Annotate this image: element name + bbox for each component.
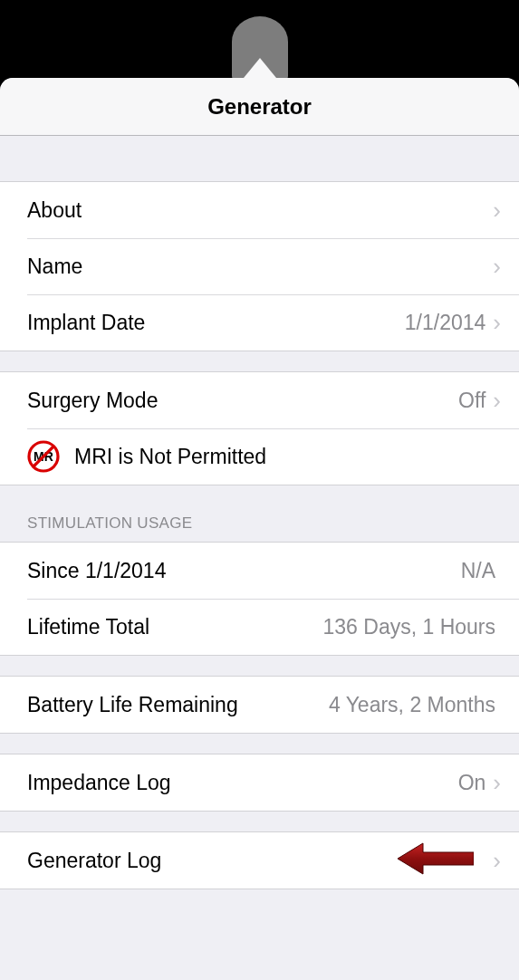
row-value: Off [458,389,485,413]
group-modes: Surgery Mode Off › MR MRI is Not Permitt… [0,371,519,485]
row-value: 136 Days, 1 Hours [323,615,495,639]
mri-prohibited-icon: MR [27,440,60,473]
popover-sheet: Generator About › Name › Implant Date 1/… [0,78,519,980]
row-implant-date[interactable]: Implant Date 1/1/2014 › [0,294,519,351]
row-label: Generator Log [27,849,491,873]
row-label: Since 1/1/2014 [27,559,461,583]
row-label: About [27,198,491,223]
row-value: 4 Years, 2 Months [329,693,495,717]
row-battery-life: Battery Life Remaining 4 Years, 2 Months [0,677,519,733]
group-impedance: Impedance Log On › [0,754,519,812]
row-label: Implant Date [27,311,405,335]
row-surgery-mode[interactable]: Surgery Mode Off › [0,372,519,428]
row-since: Since 1/1/2014 N/A [0,543,519,599]
row-label: Impedance Log [27,771,458,795]
page-title: Generator [207,94,312,120]
chevron-right-icon: › [493,847,501,875]
row-lifetime-total: Lifetime Total 136 Days, 1 Hours [0,599,519,655]
row-label: Name [27,255,491,279]
row-name[interactable]: Name › [0,238,519,294]
scroll-content: About › Name › Implant Date 1/1/2014 › S… [0,136,519,935]
row-generator-log[interactable]: Generator Log › [0,832,519,889]
row-mri: MR MRI is Not Permitted [0,428,519,485]
status-bar-black [0,0,519,78]
chevron-right-icon: › [493,769,501,797]
chevron-right-icon: › [493,253,501,281]
row-value: 1/1/2014 [405,311,486,335]
row-value: On [458,771,486,795]
row-impedance-log[interactable]: Impedance Log On › [0,754,519,811]
row-label: Surgery Mode [27,389,458,413]
sheet-header: Generator [0,78,519,136]
connector-pointer [244,58,276,78]
group-battery: Battery Life Remaining 4 Years, 2 Months [0,676,519,734]
chevron-right-icon: › [493,197,501,225]
chevron-right-icon: › [493,309,501,337]
row-value: N/A [461,559,495,583]
group-stimulation-usage: Since 1/1/2014 N/A Lifetime Total 136 Da… [0,542,519,656]
row-label: Lifetime Total [27,615,323,639]
row-label: MRI is Not Permitted [74,445,501,469]
chevron-right-icon: › [493,387,501,415]
row-about[interactable]: About › [0,182,519,238]
section-header-stimulation: STIMULATION USAGE [0,485,519,542]
group-generator-log: Generator Log › [0,831,519,889]
row-label: Battery Life Remaining [27,693,329,717]
group-general: About › Name › Implant Date 1/1/2014 › [0,181,519,351]
